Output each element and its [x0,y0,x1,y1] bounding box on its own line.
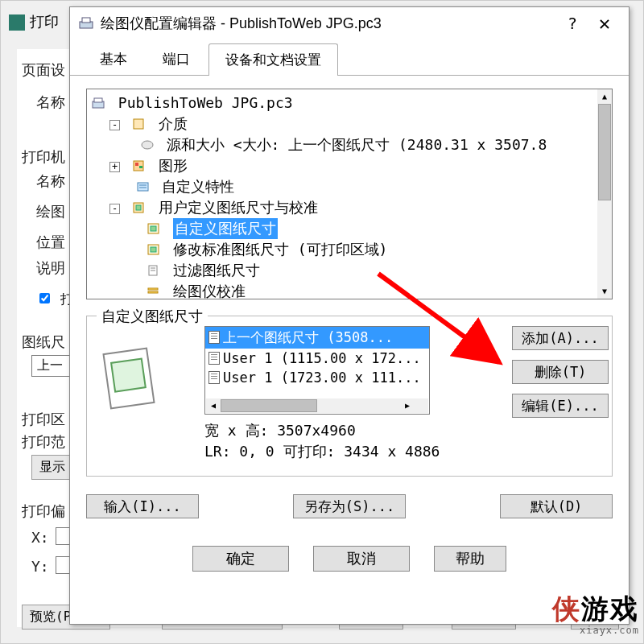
source-icon [140,138,155,151]
tab-device[interactable]: 设备和文档设置 [208,43,338,76]
doc-icon [208,331,220,344]
add-button[interactable]: 添加(A)... [512,326,609,350]
scroll-corner [414,398,428,413]
doc-icon [208,371,220,384]
tab-basic[interactable]: 基本 [83,43,144,75]
tree-plotter-cal[interactable]: 绘图仪校准 [147,281,607,299]
plotter-file-icon [92,97,106,109]
collapse-icon[interactable]: - [109,120,120,130]
list-h-scrollbar[interactable]: ◀ ▶ [206,398,415,413]
bg-show-combo[interactable]: 显示 [31,455,73,480]
bg-print-checkbox[interactable]: 打 [36,291,73,308]
svg-rect-4 [134,119,143,129]
tree-scrollbar[interactable]: ▲ ▼ [597,89,612,299]
bg-x-label: X: [31,529,49,546]
tree-source-size[interactable]: 源和大小 <大小: 上一个图纸尺寸 (2480.31 x 3507.8 [140,134,607,155]
svg-rect-13 [136,205,141,210]
size-info: 宽 x 高: 3507x4960 [204,421,356,440]
tree-media[interactable]: - 介质 [109,114,607,134]
wm-char2: 游戏 [581,592,639,625]
graphic-icon [132,159,147,172]
paper-page-icon [102,347,155,409]
plotter-cal-icon [147,285,161,298]
bg-position-label: 位置 [36,233,65,252]
tab-port[interactable]: 端口 [146,43,207,75]
svg-rect-7 [135,163,138,166]
help-icon[interactable]: ? [556,14,588,33]
help-button[interactable]: 帮助 [434,546,506,572]
svg-rect-9 [138,183,148,191]
bg-app-icon [9,14,25,31]
bg-paper-combo[interactable]: 上一 [31,355,73,377]
tree-custom-props[interactable]: 自定义特性 [109,176,607,197]
cancel-button[interactable]: 取消 [313,546,410,572]
expand-icon[interactable]: + [109,162,120,172]
titlebar: 绘图仪配置编辑器 - PublishToWeb JPG.pc3 ? ✕ [70,7,629,39]
scroll-left-icon[interactable]: ◀ [206,398,221,413]
bg-plotter-label: 绘图 [36,202,65,221]
tree-user-calibration[interactable]: - 用户定义图纸尺寸与校准 [109,197,607,218]
modify-icon [147,243,161,256]
bg-y-label: Y: [31,558,49,575]
list-h-thumb[interactable] [221,399,317,412]
import-button[interactable]: 输入(I)... [86,494,199,518]
bg-area-label: 打印区 [22,410,65,429]
custom-size-icon [147,222,161,235]
tree-modify-std[interactable]: 修改标准图纸尺寸 (可打印区域) [147,239,607,260]
collapse-icon[interactable]: - [109,204,120,214]
watermark: 侠游戏 xiayx.com [552,591,639,636]
tree-graphic[interactable]: + 图形 [109,155,607,176]
ok-button[interactable]: 确定 [192,546,289,572]
scroll-right-icon[interactable]: ▶ [400,398,415,413]
dialog-title: 绘图仪配置编辑器 - PublishToWeb JPG.pc3 [101,14,556,33]
svg-point-5 [142,141,153,149]
bg-printer-group: 打印机 [22,147,65,167]
doc-icon [208,352,220,365]
tree-custom-size[interactable]: 自定义图纸尺寸 [147,218,607,239]
svg-rect-17 [151,247,156,252]
tree-root[interactable]: PublishToWeb JPG.pc3 [92,93,607,114]
tree-custom-size-label: 自定义图纸尺寸 [173,218,278,239]
bg-printer-name-label: 名称 [36,171,65,191]
custom-size-group: 自定义图纸尺寸 上一个图纸尺寸 (3508... User 1 (1115.00… [86,316,613,477]
default-button[interactable]: 默认(D) [500,494,613,518]
edit-button[interactable]: 编辑(E)... [512,394,609,418]
size-list[interactable]: 上一个图纸尺寸 (3508... User 1 (1115.00 x 172..… [204,326,430,415]
bg-page-setup-label: 页面设 [22,60,65,80]
svg-rect-15 [151,226,156,231]
list-item[interactable]: User 1 (1115.00 x 172... [205,349,429,368]
calibration-icon [132,201,147,214]
delete-button[interactable]: 删除(T) [512,360,609,384]
svg-rect-8 [139,166,142,168]
bg-offset-label: 打印偏 [22,502,65,521]
svg-rect-22 [148,288,158,290]
plotter-config-dialog: 绘图仪配置编辑器 - PublishToWeb JPG.pc3 ? ✕ 基本 端… [69,6,630,625]
close-icon[interactable]: ✕ [588,12,621,35]
tree-scroll-thumb[interactable] [598,104,611,200]
wm-char1: 侠 [552,592,581,625]
svg-rect-21 [148,291,158,293]
printable-info: LR: 0, 0 可打印: 3434 x 4886 [204,442,440,461]
media-icon [132,118,147,130]
scroll-up-icon[interactable]: ▲ [597,89,612,104]
scroll-down-icon[interactable]: ▼ [597,284,612,299]
bg-name-label: 名称 [36,93,65,112]
settings-tree[interactable]: PublishToWeb JPG.pc3 - 介质 源和大小 <大小: 上一个图… [86,89,613,299]
plotter-icon [78,15,94,31]
filter-icon [147,264,161,277]
tab-strip: 基本 端口 设备和文档设置 [70,43,629,76]
group-title: 自定义图纸尺寸 [97,307,208,326]
bg-area2-label: 打印范 [22,432,65,452]
bg-paper-label: 图纸尺 [22,332,65,352]
list-item[interactable]: 上一个图纸尺寸 (3508... [205,327,429,349]
list-item[interactable]: User 1 (1723.00 x 111... [205,368,429,387]
svg-rect-3 [94,98,102,102]
svg-rect-1 [82,18,90,23]
props-icon [136,180,151,193]
tree-filter[interactable]: 过滤图纸尺寸 [147,260,607,281]
saveas-button[interactable]: 另存为(S)... [293,494,406,518]
bg-desc-label: 说明 [36,258,65,278]
